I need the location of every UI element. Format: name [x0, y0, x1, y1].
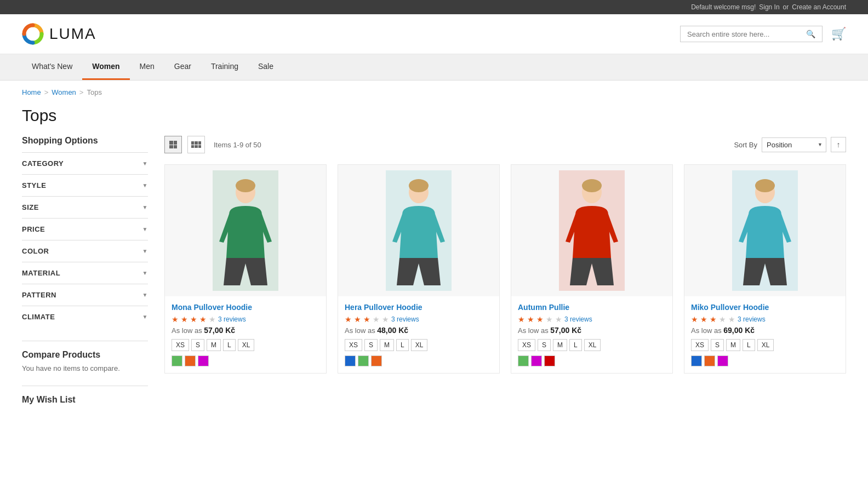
price-value: 57,00 Kč — [204, 326, 235, 335]
wishlist-section: My Wish List — [22, 386, 148, 405]
filter-header-pattern[interactable]: PATTERN ▼ — [22, 284, 148, 306]
breadcrumb-link-home[interactable]: Home — [22, 88, 41, 96]
filter-header-category[interactable]: CATEGORY ▼ — [22, 153, 148, 174]
filter-section-size[interactable]: SIZE ▼ — [22, 196, 148, 218]
product-link[interactable]: Hera Pullover Hoodie — [345, 303, 422, 312]
star-rating: ★★★★★ 3 reviews — [518, 315, 666, 324]
size-button[interactable]: XS — [345, 339, 362, 351]
color-swatch[interactable] — [185, 355, 196, 366]
filters-list: CATEGORY ▼ STYLE ▼ SIZE ▼ PRICE ▼ COLOR … — [22, 152, 148, 328]
product-image-svg — [213, 170, 278, 291]
reviews-link[interactable]: 3 reviews — [218, 315, 246, 323]
price-value: 57,00 Kč — [550, 326, 581, 335]
filter-section-pattern[interactable]: PATTERN ▼ — [22, 284, 148, 306]
size-button[interactable]: L — [569, 339, 582, 351]
nav-item-training[interactable]: Training — [201, 54, 248, 80]
filter-section-climate[interactable]: CLIMATE ▼ — [22, 306, 148, 328]
color-swatch[interactable] — [371, 355, 382, 366]
reviews-link[interactable]: 3 reviews — [564, 315, 592, 323]
search-box[interactable]: 🔍 — [680, 26, 823, 42]
nav-item-women[interactable]: Women — [82, 54, 129, 80]
color-swatch[interactable] — [531, 355, 542, 366]
filter-header-climate[interactable]: CLIMATE ▼ — [22, 306, 148, 328]
size-button[interactable]: XS — [172, 339, 189, 351]
color-swatch[interactable] — [704, 355, 715, 366]
compare-title: Compare Products — [22, 350, 148, 360]
search-icon[interactable]: 🔍 — [806, 30, 815, 38]
filter-section-color[interactable]: COLOR ▼ — [22, 240, 148, 262]
filter-header-material[interactable]: MATERIAL ▼ — [22, 262, 148, 284]
filter-label: MATERIAL — [22, 269, 60, 277]
filter-header-color[interactable]: COLOR ▼ — [22, 240, 148, 262]
size-button[interactable]: M — [726, 339, 740, 351]
list-view-button[interactable] — [187, 136, 205, 153]
chevron-down-icon: ▼ — [142, 182, 148, 188]
filter-header-style[interactable]: STYLE ▼ — [22, 175, 148, 196]
chevron-down-icon: ▼ — [142, 204, 148, 210]
filter-section-material[interactable]: MATERIAL ▼ — [22, 262, 148, 284]
top-bar: Default welcome msg! Sign In or Create a… — [0, 0, 868, 14]
size-button[interactable]: M — [380, 339, 394, 351]
price-line: As low as 48,00 Kč — [345, 326, 493, 335]
search-input[interactable] — [687, 30, 806, 38]
filter-section-category[interactable]: CATEGORY ▼ — [22, 152, 148, 174]
size-button[interactable]: XL — [238, 339, 255, 351]
color-swatch[interactable] — [544, 355, 555, 366]
filter-header-size[interactable]: SIZE ▼ — [22, 197, 148, 218]
nav-item-men[interactable]: Men — [130, 54, 164, 80]
size-button[interactable]: S — [538, 339, 551, 351]
product-card: Miko Pullover Hoodie ★★★★★ 3 reviews As … — [684, 164, 846, 374]
reviews-link[interactable]: 3 reviews — [391, 315, 419, 323]
sort-select[interactable]: PositionProduct NamePrice — [762, 137, 826, 152]
color-swatch[interactable] — [358, 355, 369, 366]
sort-direction-button[interactable]: ↑ — [831, 137, 846, 152]
size-button[interactable]: L — [223, 339, 236, 351]
items-count: Items 1-9 of 50 — [214, 141, 261, 149]
filter-label: PRICE — [22, 225, 45, 233]
product-image — [165, 165, 326, 296]
product-name: Mona Pullover Hoodie — [172, 303, 319, 312]
color-swatch[interactable] — [717, 355, 728, 366]
product-link[interactable]: Autumn Pullie — [518, 303, 569, 312]
product-link[interactable]: Mona Pullover Hoodie — [172, 303, 252, 312]
product-card: Mona Pullover Hoodie ★★★★★ 3 reviews As … — [164, 164, 327, 374]
size-button[interactable]: L — [743, 339, 755, 351]
header-right: 🔍 🛒 — [680, 26, 846, 42]
reviews-link[interactable]: 3 reviews — [738, 315, 766, 323]
size-button[interactable]: XS — [518, 339, 535, 351]
nav-item-gear[interactable]: Gear — [164, 54, 201, 80]
size-button[interactable]: M — [207, 339, 221, 351]
nav-item-what's-new[interactable]: What's New — [22, 54, 82, 80]
filter-section-price[interactable]: PRICE ▼ — [22, 218, 148, 240]
product-info: Miko Pullover Hoodie ★★★★★ 3 reviews As … — [684, 296, 846, 373]
star-rating: ★★★★★ 3 reviews — [172, 315, 319, 324]
product-link[interactable]: Miko Pullover Hoodie — [691, 303, 769, 312]
create-account-link[interactable]: Create an Account — [792, 3, 846, 11]
price-line: As low as 69,00 Kč — [691, 326, 839, 335]
size-button[interactable]: XL — [757, 339, 774, 351]
cart-icon[interactable]: 🛒 — [831, 27, 846, 41]
logo[interactable]: LUMA — [22, 23, 96, 45]
filter-section-style[interactable]: STYLE ▼ — [22, 174, 148, 196]
color-swatch[interactable] — [345, 355, 356, 366]
color-swatch[interactable] — [172, 355, 182, 366]
size-button[interactable]: XS — [691, 339, 709, 351]
sort-wrapper[interactable]: PositionProduct NamePrice — [762, 137, 826, 152]
nav-item-sale[interactable]: Sale — [248, 54, 283, 80]
size-button[interactable]: XL — [411, 339, 428, 351]
grid-view-button[interactable] — [164, 136, 182, 153]
size-button[interactable]: L — [396, 339, 409, 351]
size-button[interactable]: S — [711, 339, 724, 351]
size-button[interactable]: S — [364, 339, 378, 351]
breadcrumb: Home>Women>Tops — [0, 81, 868, 104]
breadcrumb-link-women[interactable]: Women — [52, 88, 76, 96]
size-button[interactable]: M — [553, 339, 567, 351]
color-swatch[interactable] — [518, 355, 529, 366]
size-button[interactable]: XL — [584, 339, 601, 351]
color-swatch[interactable] — [198, 355, 209, 366]
color-swatch[interactable] — [691, 355, 702, 366]
star-icon: ★ — [373, 315, 380, 324]
filter-header-price[interactable]: PRICE ▼ — [22, 219, 148, 240]
size-button[interactable]: S — [191, 339, 204, 351]
sign-in-link[interactable]: Sign In — [759, 3, 779, 11]
